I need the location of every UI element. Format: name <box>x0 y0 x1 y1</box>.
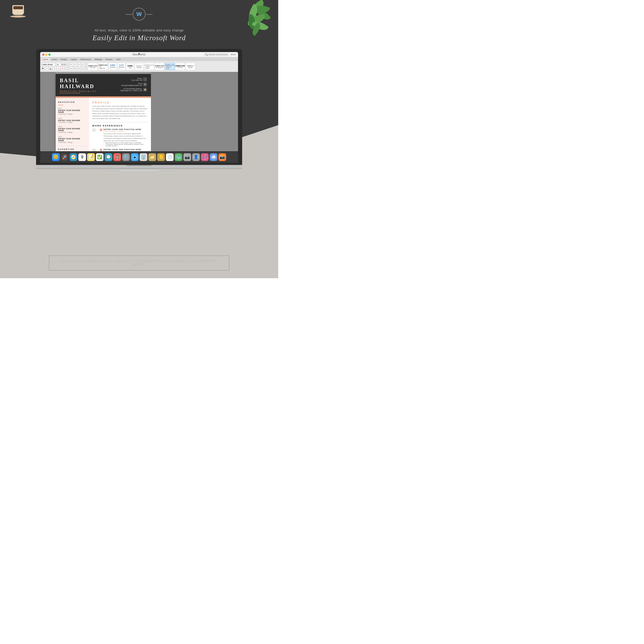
dock-photos[interactable]: 📷 <box>183 153 191 161</box>
safari-icon: 🧭 <box>71 155 76 159</box>
edu-school-2: University / College <box>58 121 87 123</box>
dock-trash[interactable]: 🗑️ <box>140 153 147 161</box>
font-size-select[interactable] <box>56 63 61 66</box>
plant-decoration <box>240 3 270 36</box>
justify-icon[interactable]: ≡ <box>81 63 84 66</box>
icloud-icon: ☁️ <box>211 155 216 159</box>
resume-page: BASIL HAILWARD MARKETING SPECIALIST <box>56 74 151 151</box>
align-right-icon[interactable]: ≡ <box>77 63 81 66</box>
maximize-button[interactable] <box>48 54 50 56</box>
dock-launchpad2[interactable]: ● <box>131 153 139 161</box>
align-center-icon[interactable]: ≡ <box>73 63 77 66</box>
files-icon: 📁 <box>150 155 155 159</box>
music-icon: 🎵 <box>115 155 120 159</box>
laptop-foot <box>100 171 178 172</box>
font-shrink-icon[interactable]: A- <box>64 64 66 65</box>
dock-messages[interactable]: 💬 <box>105 153 112 161</box>
edu-school-4: University / College <box>58 141 87 143</box>
close-button[interactable] <box>42 54 44 56</box>
word-icon: W <box>137 11 142 18</box>
reminders-icon: ✅ <box>97 155 102 159</box>
dock-launchpad[interactable]: 🚀 <box>61 153 69 161</box>
style-no-spacing[interactable]: AaBbCcDdNo Spacing <box>98 63 108 70</box>
launchpad-icon: 🚀 <box>62 155 67 159</box>
edu-school-1: University / College <box>58 113 87 115</box>
dock-icloud[interactable]: ☁️ <box>210 153 217 161</box>
dock-notebook[interactable]: 📒 <box>157 153 165 161</box>
dock-notes[interactable]: 📝 <box>87 153 95 161</box>
tab-layout[interactable]: Layout <box>69 58 78 61</box>
dock-reminders[interactable]: ✅ <box>96 153 104 161</box>
word-icon-decoration: W <box>133 8 146 21</box>
style-subtle-em[interactable]: AaBbCcDdSubtle Emp. <box>144 63 154 70</box>
titlebar-controls[interactable] <box>42 54 50 56</box>
bold-button[interactable]: B <box>41 67 45 70</box>
resume-title-line <box>60 93 80 93</box>
edu-entry-4: 2012 ENTER YOUR DEGREE NAME University /… <box>58 136 87 143</box>
word-window[interactable]: Document1 🔍 Search in Document Share Hom… <box>40 52 238 163</box>
tab-design[interactable]: Design <box>59 58 69 61</box>
underline-button[interactable]: U <box>49 67 52 70</box>
subscript-button[interactable]: x₂ <box>57 67 60 70</box>
job-years-1: 2010 2014 <box>92 129 98 147</box>
calendar-icon: 9 <box>81 155 83 159</box>
style-intense-quote[interactable]: "AaBbCc"Intense Quo. <box>196 63 196 70</box>
dock-photos2[interactable]: 📸 <box>218 153 226 161</box>
resume-contact: Phone +012 3456 789 📞 Email examp <box>120 78 147 91</box>
bottom-banner-text: ALSO INCLUDED APPLE PAGES, PHOTOSHOP (PS… <box>60 259 219 267</box>
address-line1: 123 Street/State Address, <box>120 88 142 90</box>
style-quote[interactable]: "AaBbCc"Quote <box>185 63 195 70</box>
font-name-select[interactable] <box>41 63 55 66</box>
dock-maps[interactable]: 🗺️ <box>175 153 182 161</box>
numbering-icon[interactable]: 1≡ <box>73 67 77 70</box>
tab-home[interactable]: Home <box>41 58 50 61</box>
style-strong[interactable]: AaBbCcDdStrong <box>175 63 185 70</box>
style-emphasis[interactable]: AaBbCcDdEmphasis <box>155 63 164 70</box>
style-intense-em[interactable]: AaBbCcDdIntense Emp. <box>165 63 175 70</box>
strikethrough-button[interactable]: S <box>53 67 56 70</box>
italic-button[interactable]: I <box>45 67 48 70</box>
resume-left-sidebar: EDUCATION 2012 ENTER YOUR DEGREE NAME Un… <box>56 98 89 151</box>
dock-calendar[interactable]: 9 <box>78 153 86 161</box>
dock-finder[interactable]: 😊 <box>52 153 60 161</box>
dock-itunes[interactable]: 🎶 <box>201 153 209 161</box>
minimize-button[interactable] <box>45 54 47 56</box>
notebook-icon: 📒 <box>158 155 164 159</box>
style-heading1[interactable]: AaBbHeading 1 <box>108 63 117 70</box>
word-content-area: BASIL HAILWARD MARKETING SPECIALIST <box>40 72 238 151</box>
job-desc-1: Lorem ipsum dolor sit amet, consectetur … <box>104 133 148 142</box>
laptop: Document1 🔍 Search in Document Share Hom… <box>36 49 242 172</box>
dock-music[interactable]: 🎵 <box>113 153 121 161</box>
job-diamond-icon-2 <box>99 148 102 151</box>
style-heading2[interactable]: AaBbHeading 2 <box>117 63 125 70</box>
edu-year-1: 2012 <box>58 107 87 109</box>
align-left-icon[interactable]: ≡ <box>70 63 73 66</box>
dock-safari[interactable]: 🧭 <box>70 153 77 161</box>
job-years-2: 2010 2014 <box>92 149 98 151</box>
style-title[interactable]: AaBbTitle <box>126 63 134 70</box>
style-normal[interactable]: AaBbCcDdNormal <box>88 63 98 70</box>
tab-view[interactable]: View <box>115 58 122 61</box>
font-grow-icon[interactable]: A+ <box>62 64 64 65</box>
share-button[interactable]: Share <box>231 53 236 56</box>
tab-mailings[interactable]: Mailings <box>93 58 104 61</box>
font-color-button[interactable]: A <box>61 67 64 70</box>
edu-entry-2: 2012 ENTER YOUR DEGREE University / Coll… <box>58 117 87 123</box>
laptop-hinge <box>126 165 152 166</box>
tab-references[interactable]: References <box>79 58 92 61</box>
edu-degree-3: ENTER YOUR DEGREE NAME <box>58 128 87 131</box>
tab-review[interactable]: Review <box>104 58 114 61</box>
search-area[interactable]: 🔍 Search in Document <box>204 53 229 56</box>
dock-files[interactable]: 📁 <box>148 153 156 161</box>
dock-system-prefs[interactable]: ⚙️ <box>122 153 130 161</box>
tab-insert[interactable]: Insert <box>50 58 58 61</box>
dock-clock[interactable]: 🕐 <box>166 153 174 161</box>
style-subtitle[interactable]: AaBbCcSubtitle <box>134 63 144 70</box>
edu-year-2: 2012 <box>58 117 87 119</box>
profile-section-title: PROFILE <box>92 101 148 104</box>
phone-label: Phone <box>131 78 142 79</box>
bullets-icon[interactable]: •≡ <box>70 67 73 70</box>
dock-contacts[interactable]: 👤 <box>192 153 200 161</box>
finder-icon: 😊 <box>53 155 58 159</box>
job-entry-2: 2010 2014 ENTER YOUR JOB POSITION HERE <box>92 149 148 151</box>
